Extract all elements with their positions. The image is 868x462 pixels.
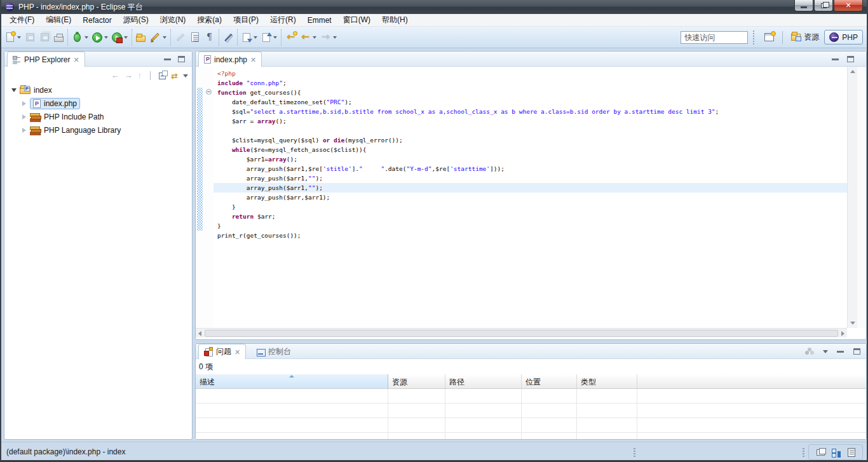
scroll-right-icon[interactable] xyxy=(841,331,844,336)
menu-item-7[interactable]: 运行(R) xyxy=(264,13,302,27)
back-button[interactable]: ← xyxy=(298,30,318,45)
column-header-2[interactable]: 路径 xyxy=(445,374,522,388)
vertical-scrollbar[interactable] xyxy=(847,67,857,328)
tab-close-icon[interactable]: ✕ xyxy=(73,57,79,63)
forward-button[interactable]: → xyxy=(318,30,339,45)
next-ann-button[interactable] xyxy=(240,30,259,45)
annotation-ruler[interactable] xyxy=(196,67,205,328)
code-line-16[interactable]: return $arr; xyxy=(214,212,847,221)
horizontal-scroll-thumb[interactable] xyxy=(205,330,838,337)
run-config-button[interactable] xyxy=(110,30,130,45)
column-header-0[interactable]: 描述 xyxy=(196,374,388,388)
fold-collapse-icon[interactable] xyxy=(206,89,212,95)
code-line-18[interactable]: print_r(get_courses()); xyxy=(214,231,847,240)
open-task-button[interactable] xyxy=(134,30,147,45)
collapsed-arrow-icon[interactable] xyxy=(21,114,27,120)
menu-item-10[interactable]: 帮助(H) xyxy=(376,13,414,27)
problems-minimize-button[interactable] xyxy=(837,348,844,355)
explorer-minimize-button[interactable] xyxy=(164,56,172,62)
dropdown-arrow-icon[interactable] xyxy=(273,36,277,39)
group-by-icon[interactable] xyxy=(805,348,814,355)
collapse-all-icon[interactable] xyxy=(159,72,166,79)
view-menu-icon[interactable] xyxy=(823,350,828,353)
debug-button[interactable] xyxy=(70,30,90,45)
toolbar-grip[interactable] xyxy=(752,31,756,44)
view-shortcuts-icon[interactable] xyxy=(832,449,840,456)
scroll-down-icon[interactable] xyxy=(850,322,855,325)
code-line-6[interactable]: $arr = array(); xyxy=(214,116,847,126)
scroll-up-icon[interactable] xyxy=(850,70,855,73)
dropdown-arrow-icon[interactable] xyxy=(104,36,108,39)
explorer-maximize-button[interactable] xyxy=(178,56,186,62)
format-doc-button[interactable] xyxy=(188,30,202,45)
code-line-8[interactable]: $clist=mysql_query($sql) or die(mysql_er… xyxy=(214,135,847,145)
editor-content[interactable]: <?phpinclude "conn.php";function get_cou… xyxy=(196,67,866,328)
code-line-5[interactable]: $sql="select a.starttime,b.sid,b.stitle … xyxy=(214,107,847,116)
trim-grip[interactable] xyxy=(803,448,804,457)
editor-maximize-button[interactable] xyxy=(847,56,855,62)
editor-minimize-button[interactable] xyxy=(832,56,839,62)
overview-ruler[interactable] xyxy=(857,67,866,328)
window-close-button[interactable]: ✕ xyxy=(834,0,863,11)
code-line-11[interactable]: array_push($arr1,$re['stitle']." ".date(… xyxy=(214,164,847,173)
code-line-4[interactable]: date_default_timezone_set("PRC"); xyxy=(214,97,847,107)
menu-item-3[interactable]: 源码(S) xyxy=(118,13,154,27)
restore-view-icon[interactable] xyxy=(817,449,825,456)
column-header-1[interactable]: 资源 xyxy=(388,374,445,388)
column-header-4[interactable]: 类型 xyxy=(577,374,637,388)
back-nav-icon[interactable]: ← xyxy=(111,70,119,81)
tree-item-php-include-path[interactable]: PHP Include Path xyxy=(4,110,192,123)
view-menu-icon[interactable] xyxy=(183,74,188,78)
prev-ann-button[interactable] xyxy=(259,30,279,45)
code-line-9[interactable]: while($re=mysql_fetch_assoc($clist)){ xyxy=(214,145,847,154)
window-restore-button[interactable] xyxy=(814,0,833,11)
menu-item-2[interactable]: Refactor xyxy=(77,15,117,26)
problems-maximize-button[interactable] xyxy=(853,348,861,355)
tab-index-php[interactable]: index.php ✕ xyxy=(198,51,262,67)
code-line-3[interactable]: function get_courses(){ xyxy=(214,88,847,97)
new-button[interactable] xyxy=(3,30,23,45)
horizontal-scrollbar[interactable] xyxy=(196,328,847,337)
menu-item-0[interactable]: 文件(F) xyxy=(4,13,40,27)
console-trim-icon[interactable] xyxy=(848,448,855,457)
dropdown-arrow-icon[interactable] xyxy=(85,36,88,39)
pilcrow-button[interactable]: ¶ xyxy=(202,30,217,45)
print-button[interactable] xyxy=(52,30,65,45)
link-with-editor-icon[interactable]: ⇄ xyxy=(171,71,178,81)
dropdown-arrow-icon[interactable] xyxy=(313,36,316,39)
code-line-2[interactable]: include "conn.php"; xyxy=(214,78,847,88)
folding-ruler[interactable] xyxy=(205,67,214,328)
column-header-3[interactable]: 位置 xyxy=(522,374,577,388)
collapsed-arrow-icon[interactable] xyxy=(21,100,27,107)
go-up-icon[interactable]: ↑ xyxy=(138,70,142,81)
menu-item-1[interactable]: 编辑(E) xyxy=(40,13,77,27)
code-line-12[interactable]: array_push($arr1,""); xyxy=(214,173,847,183)
dropdown-arrow-icon[interactable] xyxy=(254,36,257,39)
dropdown-arrow-icon[interactable] xyxy=(17,36,21,39)
forward-nav-icon[interactable]: → xyxy=(125,70,133,81)
expanded-arrow-icon[interactable] xyxy=(11,87,17,93)
tab-php-explorer[interactable]: PHP Explorer ✕ xyxy=(7,51,85,67)
tab-console[interactable]: 控制台 xyxy=(250,344,297,359)
menu-item-9[interactable]: 窗口(W) xyxy=(337,13,376,27)
code-line-7[interactable] xyxy=(214,126,847,135)
dropdown-arrow-icon[interactable] xyxy=(124,36,128,39)
scroll-left-icon[interactable] xyxy=(198,331,201,336)
menu-item-4[interactable]: 浏览(N) xyxy=(154,13,192,27)
edit-gray-button[interactable] xyxy=(173,30,188,45)
menu-item-6[interactable]: 项目(P) xyxy=(227,13,264,27)
save-button[interactable] xyxy=(23,30,37,45)
code-line-13[interactable]: array_push($arr1,""); xyxy=(214,183,847,193)
mark-pen-button[interactable] xyxy=(147,30,168,45)
tree-item-index[interactable]: index xyxy=(4,83,192,97)
no-edit-button[interactable] xyxy=(221,30,235,45)
tab-close-icon[interactable]: ✕ xyxy=(234,349,240,355)
save-all-button[interactable] xyxy=(37,30,52,45)
dropdown-arrow-icon[interactable] xyxy=(333,36,337,39)
menu-item-8[interactable]: Emmet xyxy=(302,15,337,26)
tab-problems[interactable]: 问题 ✕ xyxy=(198,344,246,359)
code-area[interactable]: <?phpinclude "conn.php";function get_cou… xyxy=(214,69,847,240)
perspective-php-button[interactable]: PHP xyxy=(824,30,863,44)
code-line-1[interactable]: <?php xyxy=(214,69,847,78)
code-line-10[interactable]: $arr1=array(); xyxy=(214,154,847,164)
